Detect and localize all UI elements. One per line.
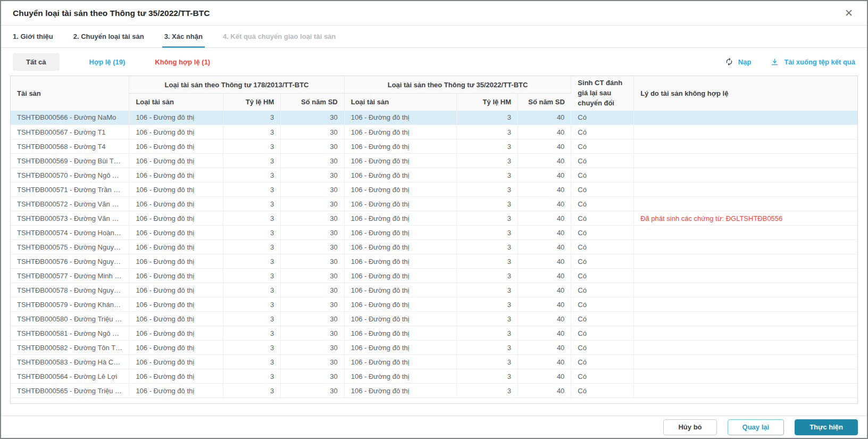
cell-old-depreciation-rate: 3 [223, 283, 281, 297]
cell-old-usage-years: 30 [281, 254, 344, 269]
cell-new-usage-years: 40 [518, 369, 571, 384]
table-row[interactable]: TSHTĐB000583 - Đường Hà Chương106 - Đườn… [11, 355, 857, 369]
cell-invalid-reason [634, 269, 857, 283]
table-row[interactable]: TSHTĐB000572 - Đường Văn Cao 1106 - Đườn… [11, 197, 857, 211]
table-row[interactable]: TSHTĐB000575 - Đường Nguyễn Huệ106 - Đườ… [11, 240, 857, 254]
cell-revaluation: Có [571, 384, 634, 398]
cell-new-asset-type: 106 - Đường đô thị [344, 312, 457, 326]
cell-revaluation: Có [571, 125, 634, 139]
table-row[interactable]: TSHTĐB000574 - Đường Hoàng Diệu106 - Đườ… [11, 226, 857, 240]
cell-revaluation: Có [571, 297, 634, 312]
table-row[interactable]: TSHTĐB000577 - Đường Minh Khai106 - Đườn… [11, 269, 857, 283]
table-row[interactable]: TSHTĐB000565 - Đường Triệu Tiến T...106 … [11, 384, 857, 398]
cell-asset: TSHTĐB000572 - Đường Văn Cao 1 [11, 197, 129, 211]
wizard-tab-4: 4. Kết quả chuyển giao loại tài sản [223, 26, 336, 47]
wizard-tab-1[interactable]: 1. Giới thiệu [13, 26, 53, 47]
filter-tab-selected[interactable]: Tất cả [13, 53, 60, 71]
cell-asset: TSHTĐB000580 - Đường Triệu Quan... [11, 312, 129, 326]
cell-revaluation: Có [571, 326, 634, 341]
cell-new-asset-type: 106 - Đường đô thị [344, 283, 457, 297]
cell-new-usage-years: 40 [518, 168, 571, 183]
cell-asset: TSHTĐB000565 - Đường Triệu Tiến T... [11, 384, 129, 398]
assets-table: Tài sản Loại tài sản theo Thông tư 178/2… [11, 76, 857, 398]
close-icon[interactable]: ✕ [842, 6, 855, 20]
cell-old-depreciation-rate: 3 [223, 269, 281, 283]
cell-new-usage-years: 40 [518, 312, 571, 326]
cell-asset: TSHTĐB000574 - Đường Hoàng Diệu [11, 226, 129, 240]
cell-asset: TSHTĐB000578 - Đường Nguyễn Tri ... [11, 283, 129, 297]
cell-new-usage-years: 40 [518, 355, 571, 369]
table-row[interactable]: TSHTĐB000578 - Đường Nguyễn Tri ...106 -… [11, 283, 857, 297]
cell-new-usage-years: 40 [518, 197, 571, 211]
cancel-button[interactable]: Hủy bỏ [663, 419, 716, 435]
cell-new-asset-type: 106 - Đường đô thị [344, 154, 457, 168]
cell-new-depreciation-rate: 3 [457, 240, 518, 254]
back-button[interactable]: Quay lại [728, 419, 784, 435]
table-row[interactable]: TSHTĐB000564 - Đường Lê Lợi106 - Đường đ… [11, 369, 857, 384]
cell-new-usage-years: 40 [518, 254, 571, 269]
cell-revaluation: Có [571, 240, 634, 254]
filter-tab-invalid[interactable]: Không hợp lệ (1) [155, 58, 210, 66]
table-row[interactable]: TSHTĐB000581 - Đường Ngô Văn Sở106 - Đườ… [11, 326, 857, 341]
column-header-new-depreciation-rate: Tỷ lệ HM [457, 94, 518, 111]
download-result-button[interactable]: Tải xuống tệp kết quả [770, 57, 855, 67]
cell-new-depreciation-rate: 3 [457, 369, 518, 384]
table-row[interactable]: TSHTĐB000569 - Đường Bùi Thị Xuân106 - Đ… [11, 154, 857, 168]
cell-asset: TSHTĐB000570 - Đường Ngô Thì Nh... [11, 168, 129, 183]
cell-old-depreciation-rate: 3 [223, 111, 281, 125]
cell-revaluation: Có [571, 254, 634, 269]
cell-new-usage-years: 40 [518, 240, 571, 254]
cell-old-depreciation-rate: 3 [223, 197, 281, 211]
cell-invalid-reason [634, 240, 857, 254]
cell-new-usage-years: 40 [518, 183, 571, 197]
reload-button[interactable]: Nạp [725, 57, 752, 66]
table-row[interactable]: TSHTĐB000579 - Đường Khánh Yên106 - Đườn… [11, 297, 857, 312]
cell-new-asset-type: 106 - Đường đô thị [344, 226, 457, 240]
cell-new-depreciation-rate: 3 [457, 355, 518, 369]
cell-new-depreciation-rate: 3 [457, 254, 518, 269]
table-row[interactable]: TSHTĐB000573 - Đường Văn Cao 2106 - Đườn… [11, 211, 857, 226]
cell-old-asset-type: 106 - Đường đô thị [129, 326, 223, 341]
cell-old-depreciation-rate: 3 [223, 369, 281, 384]
cell-old-usage-years: 30 [281, 326, 344, 341]
cell-new-usage-years: 40 [518, 211, 571, 226]
table-row[interactable]: TSHTĐB000580 - Đường Triệu Quan...106 - … [11, 312, 857, 326]
cell-new-asset-type: 106 - Đường đô thị [344, 168, 457, 183]
cell-invalid-reason [634, 111, 857, 125]
cell-asset: TSHTĐB000577 - Đường Minh Khai [11, 269, 129, 283]
table-row[interactable]: TSHTĐB000566 - Đường NaMo106 - Đường đô … [11, 111, 857, 125]
table-row[interactable]: TSHTĐB000568 - Đường T4106 - Đường đô th… [11, 139, 857, 154]
cell-new-usage-years: 40 [518, 226, 571, 240]
cell-old-asset-type: 106 - Đường đô thị [129, 297, 223, 312]
cell-old-depreciation-rate: 3 [223, 312, 281, 326]
cell-old-depreciation-rate: 3 [223, 240, 281, 254]
column-header-new-usage-years: Số năm SD [518, 94, 571, 111]
cell-old-depreciation-rate: 3 [223, 226, 281, 240]
cell-invalid-reason [634, 297, 857, 312]
table-row[interactable]: TSHTĐB000576 - Đường Nguyễn Huệ106 - Đườ… [11, 254, 857, 269]
cell-new-depreciation-rate: 3 [457, 341, 518, 355]
wizard-tab-2[interactable]: 2. Chuyển loại tài sản [73, 26, 144, 47]
wizard-tab-3[interactable]: 3. Xác nhận [164, 26, 203, 47]
table-row[interactable]: TSHTĐB000582 - Đường Tôn Thất T...106 - … [11, 341, 857, 355]
table-row[interactable]: TSHTĐB000567 - Đường T1106 - Đường đô th… [11, 125, 857, 139]
cell-old-usage-years: 30 [281, 125, 344, 139]
cell-asset: TSHTĐB000569 - Đường Bùi Thị Xuân [11, 154, 129, 168]
cell-new-depreciation-rate: 3 [457, 197, 518, 211]
cell-asset: TSHTĐB000567 - Đường T1 [11, 125, 129, 139]
cell-new-asset-type: 106 - Đường đô thị [344, 254, 457, 269]
cell-old-asset-type: 106 - Đường đô thị [129, 341, 223, 355]
cell-old-asset-type: 106 - Đường đô thị [129, 384, 223, 398]
submit-button[interactable]: Thực hiện [795, 419, 858, 435]
filter-tab-valid[interactable]: Hợp lệ (19) [89, 58, 126, 66]
cell-old-usage-years: 30 [281, 355, 344, 369]
table-row[interactable]: TSHTĐB000570 - Đường Ngô Thì Nh...106 - … [11, 168, 857, 183]
cell-new-depreciation-rate: 3 [457, 111, 518, 125]
cell-revaluation: Có [571, 283, 634, 297]
cell-revaluation: Có [571, 211, 634, 226]
cell-old-depreciation-rate: 3 [223, 183, 281, 197]
table-row[interactable]: TSHTĐB000571 - Đường Trần Nguyê...106 - … [11, 183, 857, 197]
cell-new-depreciation-rate: 3 [457, 297, 518, 312]
cell-invalid-reason [634, 197, 857, 211]
cell-asset: TSHTĐB000564 - Đường Lê Lợi [11, 369, 129, 384]
